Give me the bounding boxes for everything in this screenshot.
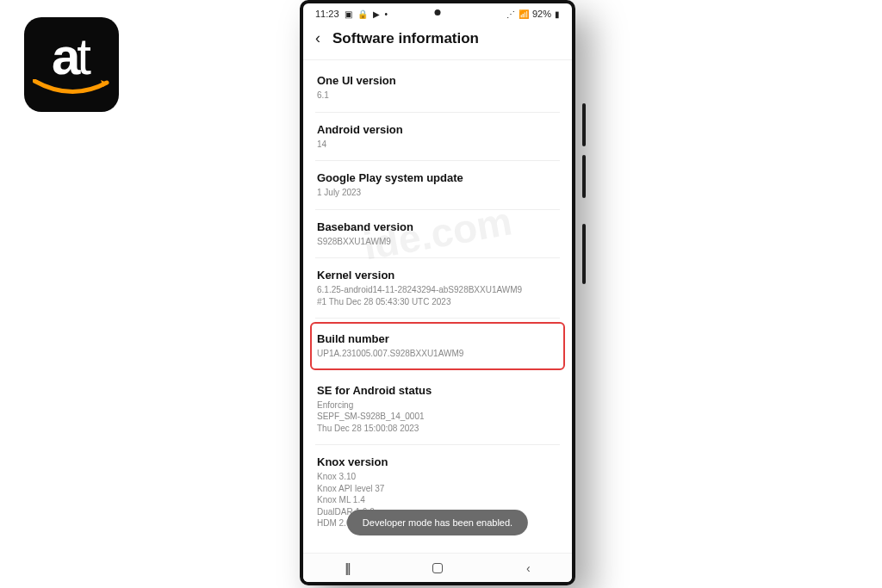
- brand-logo: at: [24, 17, 119, 112]
- settings-list: One UI version 6.1 Android version 14 Go…: [303, 60, 572, 540]
- camera-status-icon: ▣: [345, 9, 352, 19]
- nav-home-button[interactable]: [432, 563, 443, 573]
- play-status-icon: ▶: [373, 9, 380, 19]
- page-header: ‹ Software information: [303, 21, 572, 60]
- phone-frame: 11:23 ▣ 🔒 ▶ • ⋰ 📶 92% ▮ ‹ Software infor…: [300, 0, 582, 588]
- item-google-play-update[interactable]: Google Play system update 1 July 2023: [315, 161, 560, 210]
- volume-down-button: [582, 155, 586, 198]
- wifi-icon: ⋰: [506, 9, 515, 19]
- navigation-bar: ||| ‹: [303, 553, 572, 582]
- back-button[interactable]: ‹: [315, 29, 320, 47]
- item-build-number[interactable]: Build number UP1A.231005.007.S928BXXU1AW…: [310, 322, 565, 370]
- item-kernel[interactable]: Kernel version 6.1.25-android14-11-28243…: [315, 258, 560, 319]
- battery-text: 92%: [532, 9, 551, 19]
- nav-back-button[interactable]: ‹: [526, 561, 531, 575]
- more-status-icon: •: [385, 9, 388, 19]
- power-button: [582, 224, 586, 284]
- item-baseband[interactable]: Baseband version S928BXXU1AWM9: [315, 210, 560, 259]
- status-time: 11:23: [315, 9, 339, 19]
- volume-up-button: [582, 103, 586, 146]
- toast-message: Developer mode has been enabled.: [347, 510, 528, 535]
- logo-text: at: [52, 36, 91, 77]
- smile-icon: [33, 79, 110, 98]
- item-se-status[interactable]: SE for Android status Enforcing SEPF_SM-…: [315, 374, 560, 446]
- item-android-version[interactable]: Android version 14: [315, 113, 560, 162]
- signal-icon: 📶: [519, 9, 529, 19]
- page-title: Software information: [332, 30, 479, 47]
- lock-status-icon: 🔒: [357, 9, 368, 19]
- battery-icon: ▮: [555, 9, 560, 19]
- nav-recent-button[interactable]: |||: [345, 561, 349, 575]
- camera-hole: [435, 9, 441, 15]
- item-one-ui[interactable]: One UI version 6.1: [315, 64, 560, 113]
